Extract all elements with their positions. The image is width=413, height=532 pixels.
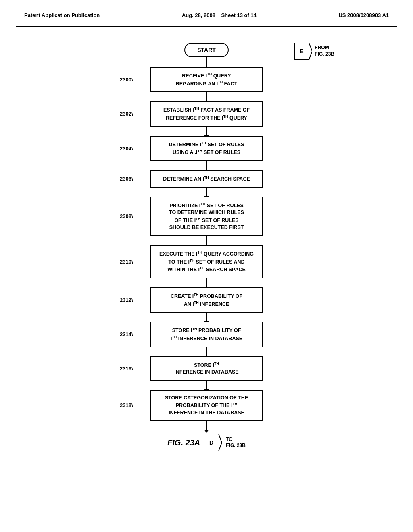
step-2318-box: STORE CATEGORIZATION OF THEPROBABILITY O… xyxy=(150,390,263,422)
arrow-2300-2302 xyxy=(206,92,207,101)
arrow-start-to-2300 xyxy=(206,57,207,67)
svg-text:E: E xyxy=(300,48,304,54)
pentagon-d-shape: D xyxy=(204,434,222,451)
fig-23a-label: FIG. 23A xyxy=(167,438,200,447)
from-label: FROMFIG. 23B xyxy=(315,45,334,57)
flowchart-diagram: E FROMFIG. 23B START 2300\ RECEIVE ITH Q… xyxy=(16,39,397,455)
step-2310-label: 2310\ xyxy=(120,259,133,265)
step-2300-wrapper: 2300\ RECEIVE ITH QUERYREGARDING AN ITH … xyxy=(16,67,397,92)
header-patent-number: US 2008/0208903 A1 xyxy=(338,12,389,18)
step-2308-label: 2308\ xyxy=(120,213,133,219)
start-label: START xyxy=(197,47,216,53)
start-group: START xyxy=(184,43,229,67)
bottom-row: FIG. 23A D TOFIG. 23B xyxy=(16,434,397,451)
step-2316-wrapper: 2316\ STORE ITHINFERENCE IN DATABASE xyxy=(16,356,397,381)
step-2306-label: 2306\ xyxy=(120,176,133,182)
step-2308-box: PRIORITIZE ITH SET OF RULESTO DETERMINE … xyxy=(150,197,263,236)
step-2316-box: STORE ITHINFERENCE IN DATABASE xyxy=(150,356,263,381)
header-sheet: Sheet 13 of 14 xyxy=(221,12,256,18)
step-2312-label: 2312\ xyxy=(120,297,133,303)
page: Patent Application Publication Aug. 28, … xyxy=(0,0,413,532)
arrow-2312-2314 xyxy=(206,313,207,322)
step-2312-wrapper: 2312\ CREATE ITH PROBABILITY OFAN ITH IN… xyxy=(16,287,397,313)
step-2306-wrapper: 2306\ DETERMINE AN ITH SEARCH SPACE xyxy=(16,170,397,188)
step-2316-label: 2316\ xyxy=(120,366,133,372)
step-2314-label: 2314\ xyxy=(120,331,133,337)
arrow-2316-2318 xyxy=(206,381,207,390)
step-2314-wrapper: 2314\ STORE ITH PROBABILITY OFITH INFERE… xyxy=(16,322,397,347)
connector-e-group: E FROMFIG. 23B xyxy=(294,43,334,60)
arrow-2318-bottom xyxy=(206,421,207,430)
arrow-2310-2312 xyxy=(206,278,207,287)
page-header: Patent Application Publication Aug. 28, … xyxy=(16,8,397,27)
step-2302-label: 2302\ xyxy=(120,111,133,117)
arrow-2306-2308 xyxy=(206,188,207,197)
step-2302-wrapper: 2302\ ESTABLISH ITH FACT AS FRAME OFREFE… xyxy=(16,101,397,127)
arrow-2314-2316 xyxy=(206,347,207,356)
arrow-2304-2306 xyxy=(206,161,207,170)
step-2308-wrapper: 2308\ PRIORITIZE ITH SET OF RULESTO DETE… xyxy=(16,197,397,236)
pentagon-e-shape: E xyxy=(294,43,312,60)
header-date-sheet: Aug. 28, 2008 Sheet 13 of 14 xyxy=(182,12,257,18)
step-2304-wrapper: 2304\ DETERMINE ITH SET OF RULESUSING A … xyxy=(16,136,397,161)
step-2300-label: 2300\ xyxy=(120,77,133,83)
step-2312-box: CREATE ITH PROBABILITY OFAN ITH INFERENC… xyxy=(150,287,263,313)
step-2318-label: 2318\ xyxy=(120,402,133,408)
start-oval: START xyxy=(184,43,229,57)
arrow-2308-2310 xyxy=(206,236,207,245)
step-2310-box: EXECUTE THE ITH QUERY ACCORDINGTO THE IT… xyxy=(150,245,263,278)
svg-text:D: D xyxy=(209,439,213,446)
header-publication: Patent Application Publication xyxy=(24,12,100,18)
header-date: Aug. 28, 2008 xyxy=(182,12,215,18)
step-2304-label: 2304\ xyxy=(120,145,133,152)
step-2302-box: ESTABLISH ITH FACT AS FRAME OFREFERENCE … xyxy=(150,101,263,127)
step-2304-box: DETERMINE ITH SET OF RULESUSING A JTH SE… xyxy=(150,136,263,161)
step-2300-box: RECEIVE ITH QUERYREGARDING AN ITH FACT xyxy=(150,67,263,92)
to-fig-23b-label: TOFIG. 23B xyxy=(226,436,246,449)
step-2306-box: DETERMINE AN ITH SEARCH SPACE xyxy=(150,170,263,188)
arrow-2302-2304 xyxy=(206,127,207,136)
step-2318-wrapper: 2318\ STORE CATEGORIZATION OF THEPROBABI… xyxy=(16,390,397,422)
step-2314-box: STORE ITH PROBABILITY OFITH INFERENCE IN… xyxy=(150,322,263,347)
step-2310-wrapper: 2310\ EXECUTE THE ITH QUERY ACCORDINGTO … xyxy=(16,245,397,278)
